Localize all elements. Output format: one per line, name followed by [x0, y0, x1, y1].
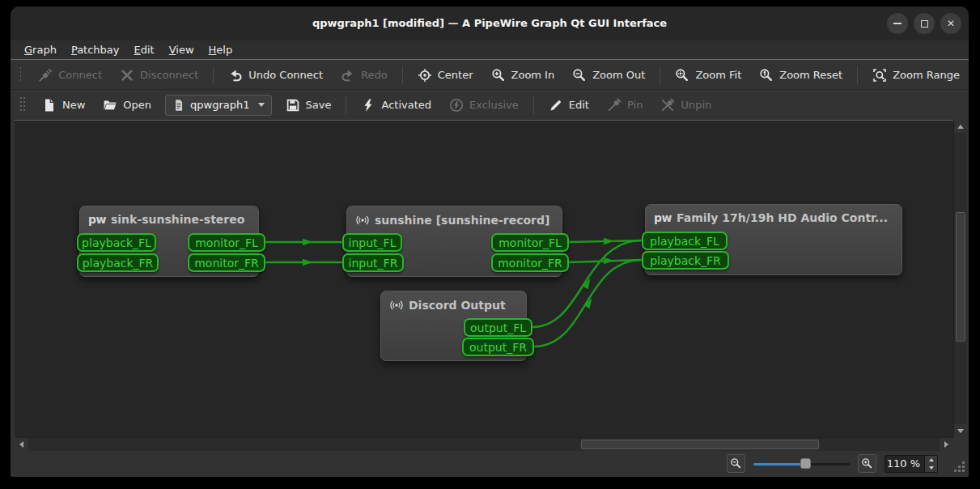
zoom-reset-icon	[759, 68, 774, 83]
status-zoom-out-button[interactable]	[727, 454, 745, 473]
graph-toolbar: Connect Disconnect Undo Connect Redo Cen…	[11, 61, 969, 89]
unpin-button[interactable]: Unpin	[651, 94, 720, 117]
arrow-up-icon	[929, 458, 934, 461]
redo-button[interactable]: Redo	[332, 64, 397, 87]
port-label: playback_FR	[83, 257, 154, 270]
output-port[interactable]: output_FL	[464, 318, 532, 337]
undo-icon	[228, 68, 243, 83]
node-title: Discord Output	[409, 299, 506, 312]
output-port[interactable]: output_FR	[462, 338, 534, 356]
close-button[interactable]: ✕	[940, 13, 961, 34]
zoom-out-button[interactable]: Zoom Out	[563, 64, 654, 87]
window-title: qpwgraph1 [modified] — A PipeWire Graph …	[11, 6, 969, 40]
pin-icon	[607, 98, 622, 113]
toolbar-separator	[402, 66, 403, 84]
menubar: Graph Patchbay Edit View Help	[11, 40, 969, 60]
spin-up-button[interactable]	[925, 456, 937, 464]
zoom-range-button[interactable]: Zoom Range	[863, 64, 969, 87]
port-label: playback_FL	[82, 236, 151, 249]
connect-button[interactable]: Connect	[29, 64, 111, 87]
minimize-button[interactable]	[887, 13, 908, 34]
input-port[interactable]: playback_FR	[642, 251, 729, 270]
slider-handle[interactable]	[800, 458, 811, 469]
edit-button[interactable]: Edit	[540, 94, 598, 117]
scroll-up-button[interactable]	[954, 120, 966, 133]
zoom-reset-button[interactable]: Zoom Reset	[750, 64, 851, 87]
minimize-icon	[893, 23, 902, 24]
bolt-icon	[361, 98, 375, 113]
broadcast-icon	[389, 298, 404, 313]
horizontal-scrollbar[interactable]	[15, 437, 953, 451]
zoom-in-button[interactable]: Zoom In	[482, 64, 564, 87]
output-port[interactable]: monitor_FL	[188, 233, 265, 252]
port-label: input_FL	[349, 236, 397, 249]
patchbay-combobox[interactable]: qpwgraph1	[165, 95, 271, 116]
zoom-in-icon	[861, 457, 873, 470]
save-icon	[286, 98, 300, 113]
zoom-spinbox[interactable]: 110 %	[885, 455, 938, 473]
redo-icon	[341, 68, 355, 83]
app-window: qpwgraph1 [modified] — A PipeWire Graph …	[11, 6, 969, 477]
zoom-fit-label: Zoom Fit	[695, 69, 741, 81]
disconnect-button[interactable]: Disconnect	[111, 64, 207, 87]
output-port[interactable]: monitor_FL	[491, 233, 569, 252]
graph-canvas[interactable]: pw sink-sunshine-stereo sunshine [sunshi…	[15, 120, 953, 437]
spin-down-button[interactable]	[925, 464, 937, 472]
toolbar-separator	[533, 96, 534, 114]
maximize-icon	[921, 20, 928, 28]
zoom-slider[interactable]	[753, 457, 850, 470]
zoom-in-label: Zoom In	[511, 69, 555, 81]
zoom-reset-label: Zoom Reset	[779, 69, 842, 81]
input-port[interactable]: input_FL	[342, 233, 402, 252]
toolbar-drag-handle[interactable]	[20, 67, 21, 83]
maximize-button[interactable]	[914, 13, 935, 34]
output-port[interactable]: monitor_FR	[188, 253, 265, 272]
toolbar-drag-handle[interactable]	[20, 97, 25, 113]
node-header: sunshine [sunshine-record]	[347, 206, 562, 234]
input-port[interactable]: input_FR	[342, 253, 404, 272]
menu-patchbay[interactable]: Patchbay	[64, 42, 127, 57]
open-button[interactable]: Open	[94, 94, 160, 117]
status-zoom-in-button[interactable]	[858, 454, 876, 473]
menu-view[interactable]: View	[162, 42, 202, 57]
scroll-right-button[interactable]	[940, 438, 953, 451]
port-label: monitor_FR	[498, 257, 562, 270]
new-file-icon	[42, 98, 57, 113]
exclusive-button[interactable]: Exclusive	[440, 94, 528, 117]
node-header: pw Family 17h/19h HD Audio Contr...	[646, 205, 902, 231]
horizontal-scrollbar-thumb[interactable]	[581, 440, 819, 449]
menu-graph[interactable]: Graph	[17, 42, 64, 57]
save-label: Save	[306, 99, 332, 111]
wire-arrowhead	[604, 238, 614, 244]
menu-edit[interactable]: Edit	[127, 42, 162, 57]
vertical-scrollbar[interactable]	[953, 120, 966, 437]
activated-button[interactable]: Activated	[352, 94, 440, 117]
patchbay-combobox-value: qpwgraph1	[190, 99, 249, 111]
window-resize-grip[interactable]	[954, 461, 965, 473]
new-button[interactable]: New	[33, 94, 94, 117]
node-header: pw sink-sunshine-stereo	[80, 206, 258, 232]
undo-connect-button[interactable]: Undo Connect	[219, 64, 332, 87]
port-label: output_FR	[469, 341, 527, 354]
disconnect-label: Disconnect	[140, 69, 198, 81]
connections-layer	[15, 121, 953, 437]
zoom-fit-button[interactable]: Zoom Fit	[666, 64, 750, 87]
pin-button[interactable]: Pin	[598, 94, 651, 117]
center-button[interactable]: Center	[409, 64, 482, 87]
input-port[interactable]: playback_FR	[77, 253, 159, 272]
output-port[interactable]: monitor_FR	[491, 253, 569, 272]
vertical-scrollbar-thumb[interactable]	[956, 212, 965, 342]
save-button[interactable]: Save	[277, 94, 341, 117]
input-port[interactable]: playback_FL	[77, 233, 156, 252]
broadcast-icon	[355, 213, 370, 227]
wire-arrowhead	[303, 259, 313, 266]
open-folder-icon	[103, 98, 117, 113]
spin-arrows	[924, 456, 937, 472]
node-title: sunshine [sunshine-record]	[375, 214, 549, 227]
menu-help[interactable]: Help	[202, 42, 240, 57]
toolbar-separator	[346, 96, 346, 114]
input-port[interactable]: playback_FL	[642, 232, 728, 250]
scroll-down-button[interactable]	[954, 424, 966, 437]
zoom-range-label: Zoom Range	[893, 69, 960, 81]
scroll-left-button[interactable]	[15, 438, 28, 451]
